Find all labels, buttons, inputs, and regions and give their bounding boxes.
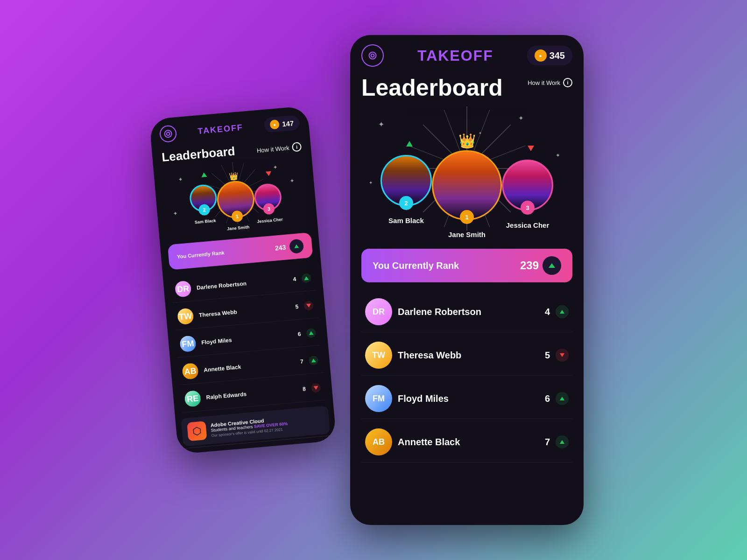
list-avatar: RE [184, 390, 201, 407]
podium-small: ✦ ✦ ✦ ✦ [153, 154, 318, 242]
brand-name-large: TAKEOFF [417, 47, 493, 64]
nav-compass-icon[interactable]: ◎ [252, 448, 261, 454]
list-avatar: FM [179, 335, 197, 352]
leaderboard-list-large: DR Darlene Robertson 4 TW Theresa Webb 5… [350, 288, 584, 466]
trend-up-icon [556, 305, 569, 318]
list-name: Annette Black [204, 359, 289, 373]
ad-text: Adobe Creative Cloud Students and teache… [210, 413, 324, 438]
rank2-name-small: Sam Black [195, 218, 216, 225]
nav-bag-icon[interactable]: 🛍 [206, 452, 217, 455]
list-item[interactable]: TW Theresa Webb 5 [361, 335, 572, 376]
page-title-large: Leaderboard [361, 74, 503, 101]
list-avatar: TW [177, 308, 194, 325]
rank-bar-label-small: You Currently Rank [177, 250, 225, 259]
podium-avatars-small: 2 Sam Black 👑 1 Jane Smith [155, 174, 317, 237]
rank-bar-large: You Currently Rank 239 [361, 249, 572, 282]
podium-large: ✦ ✦ ✦ ✦ ✦ [350, 103, 584, 243]
list-name: Theresa Webb [199, 305, 284, 319]
list-rank: 7 [294, 358, 303, 365]
coins-value-large: 345 [550, 50, 565, 61]
rank3-badge-large: 3 [521, 201, 535, 215]
nav-trophy-icon[interactable]: 🏆 [297, 443, 310, 454]
podium-rank2-small: 2 Sam Black [189, 183, 219, 225]
crown-icon-large: 👑 [458, 133, 476, 149]
list-name: Theresa Webb [398, 350, 535, 361]
list-name: Floyd Miles [201, 332, 287, 346]
list-name: Annette Black [398, 437, 535, 448]
list-rank: 5 [541, 350, 550, 361]
coin-icon: ● [269, 119, 280, 130]
rank1-name-large: Jane Smith [448, 231, 486, 238]
leaderboard-list-small: DR Darlene Robertson 4 TW Theresa Webb 5… [162, 260, 333, 417]
list-rank: 4 [287, 276, 296, 283]
list-rank: 7 [541, 437, 550, 448]
info-icon-small[interactable]: i [292, 142, 302, 152]
trend-indicator-up [201, 172, 207, 177]
large-header: Leaderboard How it Work i [350, 70, 584, 103]
list-name: Darlene Robertson [196, 277, 282, 291]
list-name: Darlene Robertson [398, 307, 535, 317]
ad-icon: ⬡ [187, 421, 207, 441]
trend-up-icon [556, 392, 569, 405]
list-avatar: DR [175, 280, 192, 298]
trend-up-icon [556, 435, 569, 448]
trend-up-icon [306, 328, 317, 338]
rank3-name-small: Jessica Cher [257, 217, 283, 224]
rank-arrow-button-small[interactable] [289, 238, 304, 254]
list-rank: 6 [291, 331, 301, 338]
list-avatar: AB [365, 428, 392, 455]
list-rank: 5 [289, 303, 299, 311]
list-avatar: TW [365, 342, 392, 369]
coins-badge-large: ● 345 [527, 46, 572, 65]
logo-icon-large[interactable] [361, 44, 384, 67]
podium-rank1-large: 👑 1 Jane Smith [432, 150, 502, 238]
rank-up-icon-small [294, 244, 299, 248]
rank2-name-large: Sam Black [388, 217, 424, 224]
list-avatar: DR [365, 298, 392, 325]
list-name: Ralph Edwards [206, 387, 291, 401]
rank1-badge-large: 1 [460, 210, 474, 224]
coin-icon-large: ● [535, 49, 547, 62]
large-phone: TAKEOFF ● 345 Leaderboard How it Work i … [350, 35, 584, 525]
svg-point-10 [369, 52, 376, 59]
rank2-badge-large: 2 [399, 196, 413, 210]
list-rank: 8 [296, 385, 306, 393]
trend-down-icon [303, 301, 314, 311]
trend-indicator-down [266, 171, 272, 176]
list-item[interactable]: DR Darlene Robertson 4 [361, 292, 572, 332]
logo-icon[interactable] [159, 125, 177, 143]
rank3-trend-down [528, 146, 534, 151]
trend-down-icon [556, 349, 569, 362]
list-item[interactable]: FM Floyd Miles 6 [361, 378, 572, 419]
list-rank: 6 [541, 393, 550, 404]
rank-arrow-button-large[interactable] [543, 256, 561, 275]
svg-point-0 [164, 130, 172, 138]
podium-rank3-large: 3 Jessica Cher [502, 160, 553, 229]
small-phone: TAKEOFF ● 147 Leaderboard How it Work i … [149, 106, 336, 455]
info-icon-large[interactable]: i [563, 78, 572, 87]
coins-badge-small: ● 147 [264, 115, 300, 133]
podium-rank2-large: 2 Sam Black [381, 155, 432, 224]
list-avatar: FM [365, 385, 392, 412]
trend-up-icon [309, 356, 319, 366]
rank-bar-label-large: You Currently Rank [373, 260, 459, 271]
how-it-works-small[interactable]: How it Work i [256, 142, 302, 155]
brand-name: TAKEOFF [197, 122, 244, 136]
rank-number-large: 239 [520, 259, 539, 272]
how-it-works-large[interactable]: How it Work i [528, 78, 572, 87]
list-rank: 4 [541, 307, 550, 317]
trend-up-icon [301, 273, 311, 283]
list-name: Floyd Miles [398, 393, 535, 404]
podium-rank3-small: 3 Jessica Cher [253, 182, 283, 224]
podium-avatars-large: 2 Sam Black 👑 1 Jane Smith [350, 150, 584, 238]
trend-down-icon [311, 383, 321, 393]
svg-point-11 [371, 54, 374, 57]
svg-point-1 [166, 132, 169, 135]
list-item[interactable]: AB Annette Black 7 [361, 422, 572, 462]
rank2-trend-up [406, 141, 413, 147]
crown-icon-small: 👑 [229, 171, 239, 181]
list-avatar: AB [182, 363, 199, 380]
rank-up-icon-large [549, 263, 555, 268]
rank-number-small: 243 [275, 244, 286, 252]
rank1-name-small: Jane Smith [227, 224, 250, 231]
